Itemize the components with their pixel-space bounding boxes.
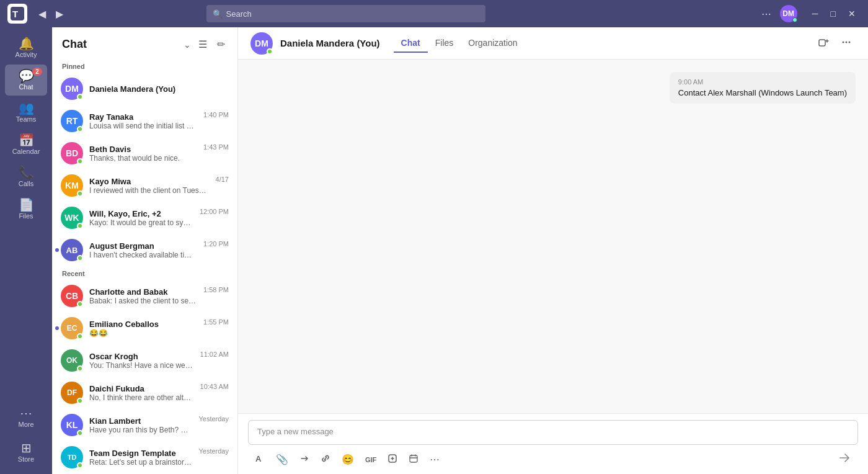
search-icon: 🔍 [213,9,223,19]
calls-icon: 📞 [19,166,34,179]
top-bar: T ◀ ▶ 🔍 Search ⋯ DM ─ □ ✕ [0,0,868,27]
sidebar-item-files[interactable]: 📄 Files [5,194,47,225]
emoji-button[interactable]: 😊 [337,450,358,468]
chat-info: Team Design Template Reta: Let's set up … [89,449,192,467]
chat-list-title: Chat [62,38,179,51]
more-options-button[interactable]: ⋯ [759,6,774,22]
sidebar-item-store[interactable]: ⊞ Store [5,437,47,468]
chat-item-charlotte[interactable]: CB Charlotte and Babak Babak: I asked th… [52,280,237,312]
schedule-button[interactable] [404,450,423,469]
sidebar-item-calendar[interactable]: 📅 Calendar [5,129,47,160]
svg-text:A: A [255,454,262,463]
chat-time: 1:43 PM [203,143,229,151]
chat-info: Charlotte and Babak Babak: I asked the c… [89,287,197,305]
more-actions-button[interactable] [837,33,856,54]
sidebar-item-more[interactable]: ⋯ More [5,402,47,433]
activity-bar-bottom: ⋯ More ⊞ Store [5,402,47,469]
send-button[interactable] [833,449,856,470]
chat-info: Emiliano Ceballos 😂😂 [89,320,197,338]
chat-tabs: Chat Files Organization [394,34,525,52]
chat-item-daichi[interactable]: DF Daichi Fukuda No, I think there are o… [52,377,237,409]
chat-preview: 😂😂 [89,329,197,338]
close-button[interactable]: ✕ [843,7,861,20]
attach-button[interactable]: 📎 [272,450,293,468]
store-icon: ⊞ [21,442,32,454]
message-bubble: 9:00 AM Contact Alex Marshall (Windows L… [670,72,856,104]
loop-button[interactable] [295,450,314,469]
chat-chevron-icon[interactable]: ⌄ [184,40,191,50]
minimize-button[interactable]: ─ [807,7,823,20]
status-dot [77,333,83,339]
filter-button[interactable]: ☰ [196,36,210,53]
svg-point-3 [843,41,844,43]
avatar-wrap: DF [61,382,83,404]
pinned-section-label: Pinned [52,59,237,73]
activity-icon: 🔔 [19,37,34,50]
chat-time: 4/17 [216,176,229,183]
chat-name: Charlotte and Babak [89,287,197,297]
chat-name: Team Design Template [89,449,192,458]
chat-badge: 2 [32,68,42,76]
chat-item-kian[interactable]: KL Kian Lambert Have you ran this by Bet… [52,409,237,441]
avatar-wrap: DM [61,78,83,100]
chat-time: 12:00 PM [200,208,229,215]
tab-files[interactable]: Files [428,34,461,53]
chat-item-august[interactable]: AB August Bergman I haven't checked avai… [52,234,237,266]
chat-name: Oscar Krogh [89,352,194,361]
svg-point-5 [849,41,851,43]
more-toolbar-button[interactable]: ⋯ [425,450,444,468]
chat-item-ray[interactable]: RT Ray Tanaka Louisa will send the initi… [52,105,237,137]
nav-arrows: ◀ ▶ [35,6,67,22]
new-chat-button[interactable]: ✏ [215,36,228,53]
user-avatar[interactable]: DM [780,5,797,22]
status-dot [77,158,83,164]
more-label: More [18,421,33,428]
status-dot [77,398,83,404]
teams-label: Teams [16,116,36,123]
chat-item-will[interactable]: WK Will, Kayo, Eric, +2 Kayo: It would b… [52,202,237,234]
chat-item-kayo[interactable]: KM Kayo Miwa I reviewed with the client … [52,169,237,202]
message-bubble-wrap: 9:00 AM Contact Alex Marshall (Windows L… [250,72,856,104]
chat-item-beth[interactable]: BD Beth Davis Thanks, that would be nice… [52,137,237,169]
sidebar-item-calls[interactable]: 📞 Calls [5,161,47,192]
svg-rect-8 [410,455,417,462]
chat-preview: I reviewed with the client on Tuesda... [89,186,210,195]
gif-button[interactable]: GIF [361,453,381,467]
search-bar[interactable]: 🔍 Search [206,5,485,22]
avatar-wrap: EC [61,317,83,339]
sidebar-item-chat[interactable]: 💬 Chat 2 [5,65,47,96]
chat-info: Daichi Fukuda No, I think there are othe… [89,384,194,402]
link-button[interactable] [316,450,335,469]
calls-label: Calls [19,181,33,187]
svg-rect-2 [819,40,825,46]
message-input[interactable]: Type a new message [248,420,858,445]
chat-preview: You: Thanks! Have a nice weekend [89,361,194,370]
search-placeholder: Search [226,9,252,19]
forward-button[interactable]: ▶ [52,6,67,22]
chat-info: Ray Tanaka Louisa will send the initial … [89,112,197,130]
sidebar-item-activity[interactable]: 🔔 Activity [5,32,47,63]
add-people-button[interactable] [815,33,833,54]
chat-item-dm-self[interactable]: DM Daniela Mandera (You) [52,73,237,105]
chat-time: 1:58 PM [203,286,229,293]
app-logo: T [7,4,27,24]
chat-item-team-design[interactable]: TD Team Design Template Reta: Let's set … [52,441,237,473]
status-dot [77,301,83,307]
chat-time: 1:40 PM [203,111,229,118]
chat-item-emiliano[interactable]: EC Emiliano Ceballos 😂😂 1:55 PM [52,312,237,344]
tab-organization[interactable]: Organization [461,34,525,53]
chat-info: Oscar Krogh You: Thanks! Have a nice wee… [89,352,194,370]
back-button[interactable]: ◀ [35,6,50,22]
maximize-button[interactable]: □ [826,7,841,20]
format-button[interactable]: A [250,450,269,469]
chat-item-oscar[interactable]: OK Oscar Krogh You: Thanks! Have a nice … [52,344,237,377]
avatar-wrap: WK [61,207,83,229]
more-icon: ⋯ [20,407,32,419]
chat-preview: Have you ran this by Beth? Make sure she… [89,426,192,434]
chat-name: Beth Davis [89,145,197,154]
tab-chat[interactable]: Chat [394,34,428,53]
chat-header-actions [815,33,856,54]
files-label: Files [19,213,33,220]
sticker-button[interactable] [383,450,402,469]
sidebar-item-teams[interactable]: 👥 Teams [5,97,47,128]
